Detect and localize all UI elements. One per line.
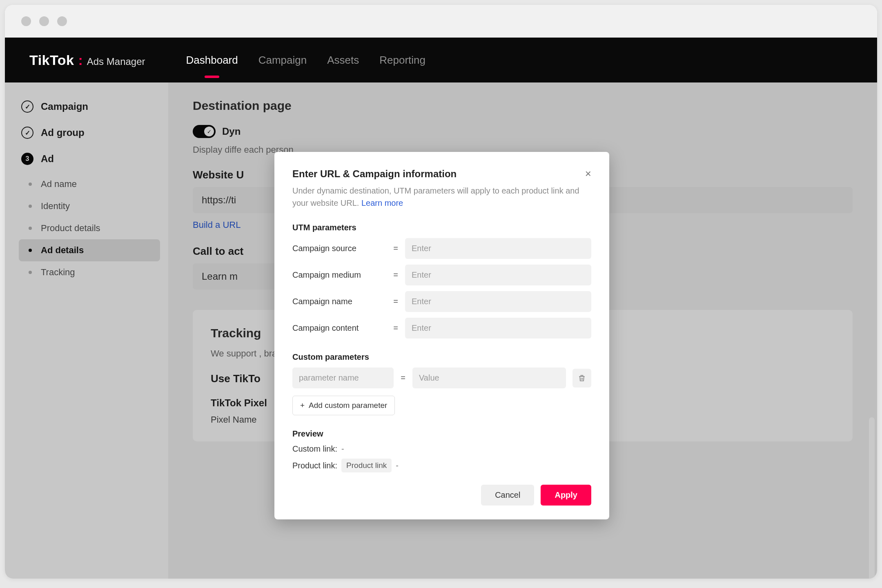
utm-content-row: Campaign content =: [292, 318, 591, 339]
custom-param-row: =: [292, 368, 591, 388]
utm-name-input[interactable]: [405, 291, 591, 312]
url-campaign-modal: Enter URL & Campaign information × Under…: [274, 152, 609, 519]
nav-reporting[interactable]: Reporting: [379, 54, 425, 67]
window-close-dot[interactable]: [21, 16, 31, 26]
window-minimize-dot[interactable]: [39, 16, 49, 26]
trash-icon: [578, 374, 586, 382]
plus-icon: +: [300, 401, 305, 410]
nav-assets[interactable]: Assets: [327, 54, 359, 67]
scrollbar-thumb[interactable]: [869, 417, 875, 579]
custom-parameters-title: Custom parameters: [292, 352, 591, 362]
add-custom-parameter-button[interactable]: + Add custom parameter: [292, 396, 395, 415]
equals-icon: =: [393, 297, 399, 306]
brand-suffix: Ads Manager: [87, 56, 145, 67]
modal-header: Enter URL & Campaign information ×: [292, 168, 591, 180]
preview-custom-label: Custom link:: [292, 444, 337, 454]
custom-param-name-input[interactable]: [292, 368, 394, 388]
utm-parameters-title: UTM parameters: [292, 223, 591, 232]
preview-title: Preview: [292, 429, 591, 439]
equals-icon: =: [393, 270, 399, 280]
utm-name-label: Campaign name: [292, 297, 386, 306]
custom-param-value-input[interactable]: [412, 368, 566, 388]
utm-medium-row: Campaign medium =: [292, 265, 591, 285]
equals-icon: =: [393, 323, 399, 333]
cancel-button[interactable]: Cancel: [481, 485, 534, 506]
window-titlebar: [5, 5, 877, 38]
nav-items: Dashboard Campaign Assets Reporting: [186, 54, 425, 67]
preview-product-suffix: -: [396, 461, 399, 470]
browser-frame: TikTok: Ads Manager Dashboard Campaign A…: [5, 5, 877, 579]
brand-colon: :: [78, 52, 82, 68]
nav-dashboard[interactable]: Dashboard: [186, 54, 238, 67]
utm-name-row: Campaign name =: [292, 291, 591, 312]
learn-more-link[interactable]: Learn more: [361, 198, 403, 207]
utm-source-label: Campaign source: [292, 244, 386, 253]
preview-custom-link-row: Custom link: -: [292, 444, 591, 454]
add-button-label: Add custom parameter: [309, 401, 387, 410]
modal-actions: Cancel Apply: [292, 485, 591, 506]
utm-source-row: Campaign source =: [292, 238, 591, 259]
preview-product-label: Product link:: [292, 461, 337, 470]
equals-icon: =: [400, 373, 406, 383]
equals-icon: =: [393, 244, 399, 253]
utm-content-label: Campaign content: [292, 323, 386, 333]
product-link-chip: Product link: [341, 459, 392, 472]
top-nav: TikTok: Ads Manager Dashboard Campaign A…: [5, 38, 877, 82]
preview-product-link-row: Product link: Product link -: [292, 459, 591, 472]
modal-description-text: Under dynamic destination, UTM parameter…: [292, 186, 579, 207]
preview-custom-value: -: [341, 444, 344, 454]
utm-medium-label: Campaign medium: [292, 270, 386, 280]
utm-content-input[interactable]: [405, 318, 591, 339]
modal-title: Enter URL & Campaign information: [292, 168, 457, 180]
delete-param-button[interactable]: [572, 369, 591, 388]
apply-button[interactable]: Apply: [541, 485, 591, 506]
modal-description: Under dynamic destination, UTM parameter…: [292, 185, 591, 209]
nav-campaign[interactable]: Campaign: [258, 54, 307, 67]
utm-source-input[interactable]: [405, 238, 591, 259]
brand-name: TikTok: [29, 52, 74, 68]
utm-medium-input[interactable]: [405, 265, 591, 285]
brand: TikTok: Ads Manager: [29, 52, 145, 68]
close-icon[interactable]: ×: [585, 168, 591, 179]
window-maximize-dot[interactable]: [57, 16, 67, 26]
